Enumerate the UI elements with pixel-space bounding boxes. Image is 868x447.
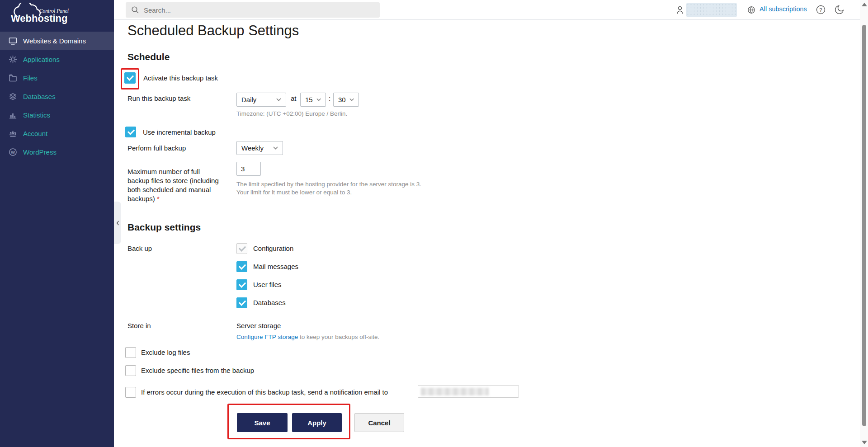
sidebar-item-wordpress[interactable]: W WordPress — [0, 143, 114, 161]
exclude-specific-files-label: Exclude specific files from the backup — [141, 367, 254, 374]
required-asterisk: * — [157, 195, 160, 202]
exclude-log-label: Exclude log files — [141, 348, 190, 356]
user-icon[interactable] — [675, 5, 685, 17]
webhosting-logo: Control Panel Webhosting — [7, 3, 93, 29]
sidebar-item-label: Statistics — [23, 111, 50, 119]
configuration-checkbox — [236, 243, 247, 254]
backup-settings-heading: Backup settings — [127, 222, 201, 233]
chevron-down-icon — [276, 98, 281, 101]
save-button[interactable]: Save — [237, 413, 288, 432]
chevron-down-icon — [273, 146, 278, 150]
max-files-label: Maximum number of full backup files to s… — [127, 167, 220, 203]
frequency-select[interactable]: Daily — [236, 93, 286, 107]
ftp-note: to keep your backups off-site. — [298, 334, 379, 340]
full-backup-label: Perform full backup — [127, 144, 186, 152]
sidebar-item-label: Applications — [23, 56, 60, 63]
folder-icon — [9, 74, 17, 82]
sidebar-item-label: Account — [23, 130, 47, 137]
mail-messages-checkbox[interactable] — [236, 261, 247, 272]
max-files-input[interactable] — [236, 162, 261, 176]
help-icon[interactable]: ? — [816, 5, 826, 17]
full-backup-value: Weekly — [241, 144, 264, 152]
sidebar-collapse-handle[interactable] — [114, 202, 121, 244]
max-files-note2: Your limit for it must be lower or equal… — [236, 189, 352, 196]
full-backup-select[interactable]: Weekly — [236, 141, 283, 155]
minute-select[interactable]: 30 — [333, 93, 359, 107]
logo-line2: Webhosting — [11, 13, 67, 24]
sidebar-item-databases[interactable]: Databases — [0, 87, 114, 106]
wordpress-icon: W — [9, 148, 17, 156]
chevron-down-icon — [349, 98, 354, 101]
topbar: All subscriptions ? — [114, 0, 860, 20]
svg-text:W: W — [11, 150, 15, 155]
sidebar-item-label: WordPress — [23, 148, 57, 156]
time-separator: : — [329, 94, 330, 102]
hour-value: 15 — [305, 96, 313, 104]
user-files-label: User files — [253, 281, 282, 288]
sidebar-item-account[interactable]: Account — [0, 124, 114, 143]
sidebar: Control Panel Webhosting Websites & Doma… — [0, 0, 114, 447]
crown-icon — [9, 129, 17, 138]
exclude-specific-files-checkbox[interactable] — [125, 365, 136, 376]
search-input[interactable] — [144, 6, 361, 14]
scrollbar-down-arrow[interactable] — [862, 441, 867, 444]
apply-button[interactable]: Apply — [292, 413, 342, 432]
scrollbar-up-arrow[interactable] — [862, 3, 867, 6]
bar-chart-icon — [9, 111, 17, 119]
svg-text:?: ? — [819, 7, 822, 13]
sidebar-item-label: Websites & Domains — [23, 37, 86, 45]
at-label: at — [291, 94, 297, 102]
sidebar-item-label: Databases — [23, 93, 56, 100]
store-in-value: Server storage — [236, 322, 281, 329]
dark-mode-moon-icon[interactable] — [834, 4, 845, 17]
minute-value: 30 — [338, 96, 346, 104]
run-task-label: Run this backup task — [127, 94, 190, 102]
back-up-label: Back up — [127, 245, 152, 252]
notify-on-error-checkbox[interactable] — [125, 387, 136, 398]
incremental-backup-checkbox[interactable] — [125, 127, 136, 137]
page-title: Scheduled Backup Settings — [127, 23, 299, 39]
search-box[interactable] — [126, 2, 380, 18]
sidebar-nav: Websites & Domains Applications Files Da… — [0, 32, 114, 161]
sidebar-item-label: Files — [23, 74, 38, 82]
sidebar-item-websites-domains[interactable]: Websites & Domains — [0, 32, 114, 50]
sidebar-item-applications[interactable]: Applications — [0, 50, 114, 69]
sidebar-item-statistics[interactable]: Statistics — [0, 106, 114, 124]
incremental-backup-label: Use incremental backup — [143, 128, 216, 136]
search-icon — [131, 6, 139, 14]
notification-email-input[interactable] — [418, 385, 519, 398]
sidebar-item-files[interactable]: Files — [0, 69, 114, 87]
all-subscriptions-link[interactable]: All subscriptions — [760, 5, 807, 13]
chevron-down-icon — [316, 98, 321, 101]
frequency-value: Daily — [241, 96, 256, 104]
hour-select[interactable]: 15 — [300, 93, 326, 107]
chevron-left-icon — [116, 221, 119, 226]
activate-backup-label: Activate this backup task — [143, 74, 218, 82]
store-in-label: Store in — [127, 322, 151, 329]
layers-icon — [9, 92, 17, 101]
vertical-scrollbar — [860, 0, 868, 447]
timezone-note: Timezone: (UTC +02:00) Europe / Berlin. — [236, 110, 347, 117]
mail-messages-label: Mail messages — [253, 263, 298, 270]
gear-icon — [9, 55, 17, 64]
ftp-storage-line: Configure FTP storage to keep your backu… — [236, 334, 379, 340]
databases-checkbox[interactable] — [236, 297, 247, 308]
schedule-heading: Schedule — [127, 52, 170, 62]
cancel-button[interactable]: Cancel — [354, 413, 404, 432]
configuration-label: Configuration — [253, 245, 293, 252]
notify-on-error-label: If errors occur during the execution of … — [141, 388, 388, 396]
email-redacted — [421, 388, 489, 395]
exclude-log-checkbox[interactable] — [125, 347, 136, 358]
globe-icon — [747, 5, 756, 16]
activate-backup-checkbox[interactable] — [124, 72, 136, 84]
databases-label: Databases — [253, 299, 286, 306]
max-files-note1: The limit specified by the hosting provi… — [236, 181, 421, 188]
user-files-checkbox[interactable] — [236, 279, 247, 290]
configure-ftp-link[interactable]: Configure FTP storage — [236, 334, 298, 340]
scrollbar-thumb[interactable] — [862, 25, 866, 426]
username-redacted[interactable] — [686, 3, 737, 17]
monitor-icon — [9, 37, 17, 45]
